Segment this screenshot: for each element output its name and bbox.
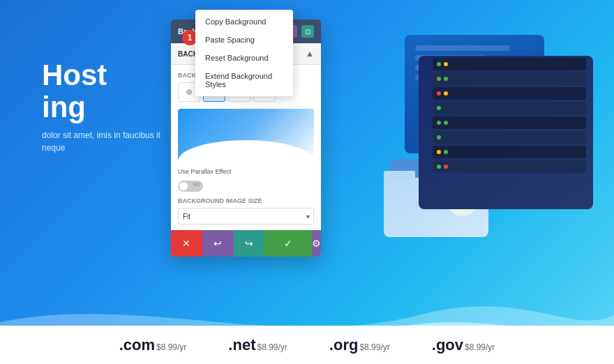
context-reset-background[interactable]: Reset Background <box>195 49 293 67</box>
context-paste-spacing[interactable]: Paste Spacing <box>195 31 293 49</box>
domain-com: .com $8.99/yr <box>119 336 187 354</box>
cancel-button[interactable]: ✕ <box>171 230 202 257</box>
context-copy-background[interactable]: Copy Background <box>195 13 293 31</box>
panel-actions: ✕ ↩ ↪ ✓ ⚙ <box>171 230 321 257</box>
domain-net-price: $8.99/yr <box>257 342 287 352</box>
domain-com-price: $8.99/yr <box>156 342 186 352</box>
settings-button[interactable]: ⚙ <box>312 230 321 257</box>
heading-line1: Host <box>42 59 181 91</box>
undo-button[interactable]: ↩ <box>202 230 234 257</box>
size-select-wrapper: Fit Fill Stretch Tile Center <box>178 208 314 225</box>
size-select-row: Background Image Size Fit Fill Stretch T… <box>178 197 314 225</box>
domain-gov: .gov $8.99/yr <box>432 336 495 354</box>
server-rack <box>419 56 593 209</box>
save-button[interactable]: ✓ <box>264 230 311 257</box>
domain-org-price: $8.99/yr <box>359 342 389 352</box>
parallax-row: Use Parallax Effect <box>178 168 314 175</box>
heading-line2: ing <box>42 91 181 123</box>
section-collapse-btn[interactable]: ▲ <box>306 49 314 59</box>
server-illustration: ✓ <box>370 35 593 251</box>
page-heading: Host ing dolor sit amet, imis in faucibu… <box>42 59 181 154</box>
body-text: dolor sit amet, imis in faucibus it nequ… <box>42 129 181 154</box>
domain-net-ext: .net <box>228 336 255 354</box>
size-label: Background Image Size <box>178 197 314 204</box>
parallax-toggle[interactable]: NO <box>178 181 203 192</box>
domain-bar: .com $8.99/yr .net $8.99/yr .org $8.99/y… <box>0 326 614 364</box>
domain-com-ext: .com <box>119 336 155 354</box>
domain-org-ext: .org <box>329 336 359 354</box>
domain-gov-price: $8.99/yr <box>465 342 495 352</box>
toggle-label: NO <box>193 182 201 187</box>
bg-preview <box>178 109 314 161</box>
context-extend-background[interactable]: Extend Background Styles <box>195 67 293 93</box>
context-menu: Copy Background Paste Spacing Reset Back… <box>195 10 293 96</box>
size-select[interactable]: Fit Fill Stretch Tile Center <box>178 208 314 225</box>
domain-org: .org $8.99/yr <box>329 336 390 354</box>
panel-btn-teal[interactable]: ⊡ <box>301 25 314 38</box>
domain-gov-ext: .gov <box>432 336 463 354</box>
parallax-label: Use Parallax Effect <box>178 168 231 175</box>
redo-button[interactable]: ↪ <box>234 230 265 257</box>
domain-net: .net $8.99/yr <box>228 336 287 354</box>
bg-preview-wave <box>178 140 314 161</box>
